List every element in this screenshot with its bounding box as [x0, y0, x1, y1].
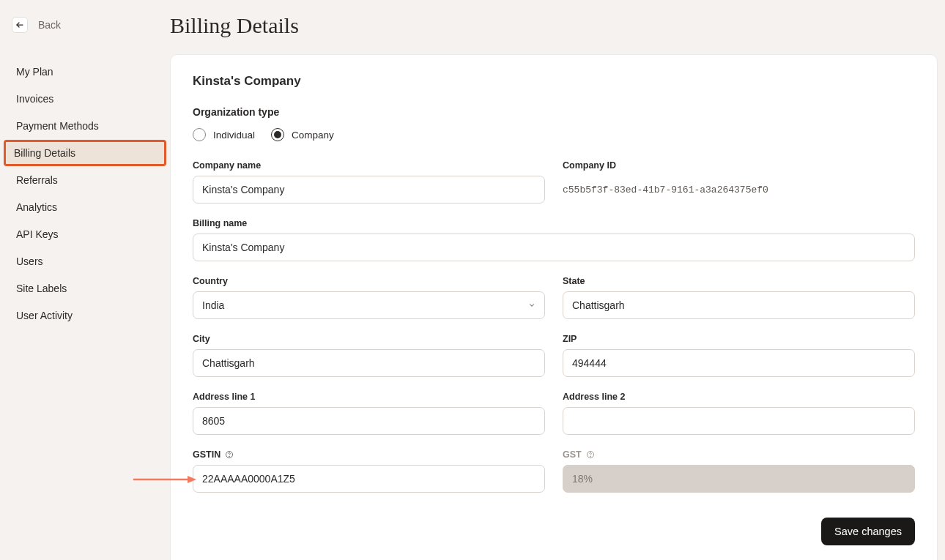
svg-point-6 — [590, 456, 590, 457]
address1-field: Address line 1 — [193, 392, 545, 435]
sidebar-item-payment-methods[interactable]: Payment Methods — [6, 113, 164, 139]
info-icon[interactable] — [586, 450, 595, 459]
company-id-value: c55b5f3f-83ed-41b7-9161-a3a264375ef0 — [563, 176, 915, 204]
company-name-label: Company name — [193, 160, 545, 171]
back-button[interactable]: Back — [6, 13, 164, 37]
sidebar: Back My Plan Invoices Payment Methods Bi… — [0, 0, 170, 560]
info-icon[interactable] — [225, 450, 234, 459]
zip-input[interactable] — [563, 349, 915, 377]
city-input[interactable] — [193, 349, 545, 377]
sidebar-item-referrals[interactable]: Referrals — [6, 167, 164, 193]
gstin-field: GSTIN — [193, 449, 545, 493]
page-title: Billing Details — [170, 13, 938, 38]
form-actions: Save changes — [193, 518, 915, 545]
state-label: State — [563, 276, 915, 286]
address1-label: Address line 1 — [193, 392, 545, 402]
gstin-label-text: GSTIN — [193, 449, 220, 460]
gst-label-text: GST — [563, 449, 582, 460]
org-type-label: Organization type — [193, 106, 915, 118]
billing-name-label: Billing name — [193, 218, 915, 228]
country-label: Country — [193, 276, 545, 286]
state-input[interactable] — [563, 291, 915, 319]
sidebar-item-analytics[interactable]: Analytics — [6, 194, 164, 220]
org-type-radio-group: Individual Company — [193, 128, 915, 141]
back-label: Back — [38, 19, 61, 31]
country-field: Country India — [193, 276, 545, 319]
zip-field: ZIP — [563, 334, 915, 377]
billing-details-card: Kinsta's Company Organization type Indiv… — [170, 54, 938, 560]
sidebar-nav: My Plan Invoices Payment Methods Billing… — [6, 59, 164, 329]
country-value: India — [202, 299, 528, 311]
address2-label: Address line 2 — [563, 392, 915, 402]
sidebar-item-billing-details[interactable]: Billing Details — [4, 140, 166, 166]
gst-field: GST — [563, 449, 915, 493]
card-title: Kinsta's Company — [193, 74, 915, 89]
billing-name-input[interactable] — [193, 234, 915, 261]
radio-circle-icon — [193, 128, 206, 141]
sidebar-item-user-activity[interactable]: User Activity — [6, 302, 164, 329]
main-content: Billing Details Kinsta's Company Organiz… — [170, 0, 945, 560]
back-arrow-icon — [12, 17, 28, 33]
gst-label: GST — [563, 449, 915, 460]
radio-company-label: Company — [292, 130, 334, 141]
sidebar-item-users[interactable]: Users — [6, 248, 164, 275]
sidebar-item-site-labels[interactable]: Site Labels — [6, 275, 164, 302]
billing-name-field: Billing name — [193, 218, 915, 261]
gst-input — [563, 465, 915, 493]
sidebar-item-invoices[interactable]: Invoices — [6, 86, 164, 112]
company-id-label: Company ID — [563, 160, 915, 171]
city-field: City — [193, 334, 545, 377]
company-id-field: Company ID c55b5f3f-83ed-41b7-9161-a3a26… — [563, 160, 915, 204]
company-name-field: Company name — [193, 160, 545, 204]
radio-company[interactable]: Company — [271, 128, 334, 141]
company-name-input[interactable] — [193, 176, 545, 204]
address2-input[interactable] — [563, 407, 915, 435]
chevron-down-icon — [528, 299, 536, 311]
address2-field: Address line 2 — [563, 392, 915, 435]
sidebar-item-my-plan[interactable]: My Plan — [6, 59, 164, 85]
state-field: State — [563, 276, 915, 319]
sidebar-item-api-keys[interactable]: API Keys — [6, 221, 164, 247]
zip-label: ZIP — [563, 334, 915, 344]
gstin-label: GSTIN — [193, 449, 545, 460]
city-label: City — [193, 334, 545, 344]
gstin-input[interactable] — [193, 465, 545, 493]
save-button[interactable]: Save changes — [821, 518, 915, 545]
address1-input[interactable] — [193, 407, 545, 435]
radio-individual-label: Individual — [213, 130, 255, 141]
country-select[interactable]: India — [193, 291, 545, 319]
radio-individual[interactable]: Individual — [193, 128, 255, 141]
radio-circle-icon — [271, 128, 284, 141]
svg-point-4 — [229, 456, 230, 457]
